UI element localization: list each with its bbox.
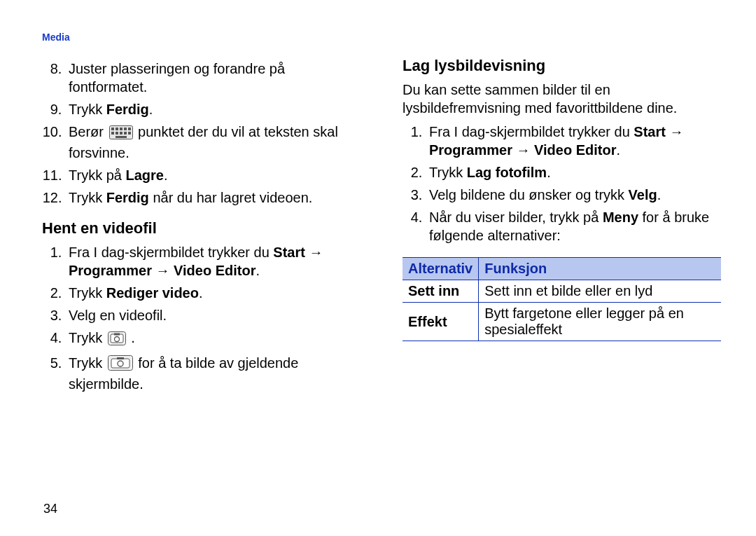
bold-text: Rediger video bbox=[106, 285, 199, 301]
keyboard-icon bbox=[109, 125, 133, 144]
list-item: Trykk Ferdig når du har lagret videoen. bbox=[66, 188, 360, 207]
bold-text: Start bbox=[273, 245, 305, 260]
bold-text: Velg bbox=[629, 187, 657, 202]
options-table: Alternativ Funksjon Sett innSett inn et … bbox=[402, 257, 721, 341]
svg-rect-15 bbox=[114, 334, 120, 336]
bold-text: Lag fotofilm bbox=[467, 165, 547, 180]
table-cell-value: Bytt fargetone eller legger på en spesia… bbox=[479, 303, 721, 341]
list-item: Trykk Rediger video. bbox=[66, 284, 360, 302]
intro-text: Du kan sette sammen bilder til en lysbil… bbox=[402, 81, 721, 117]
bold-text: Video Editor bbox=[534, 142, 616, 158]
camera-wide-icon bbox=[108, 355, 133, 375]
bold-text: Ferdig bbox=[106, 102, 149, 117]
list-item: Når du viser bilder, trykk på Meny for å… bbox=[426, 208, 721, 245]
list-item: Velg en videofil. bbox=[66, 306, 360, 324]
right-list: Fra I dag-skjermbildet trykker du Start … bbox=[402, 123, 721, 245]
svg-rect-10 bbox=[128, 132, 131, 135]
heading-lag-lysbildevisning: Lag lysbildevisning bbox=[402, 57, 721, 75]
arrow-icon: → bbox=[669, 124, 683, 139]
bold-text: Start bbox=[634, 124, 666, 139]
table-cell-label: Effekt bbox=[402, 303, 479, 341]
heading-hent-en-videofil: Hent en videofil bbox=[42, 219, 360, 238]
svg-rect-9 bbox=[124, 132, 127, 135]
bold-text: Lagre bbox=[126, 167, 164, 183]
left-top-list: Juster plasseringen og forandre på fontf… bbox=[42, 60, 360, 207]
list-item: Velg bildene du ønsker og trykk Velg. bbox=[426, 186, 721, 204]
camera-icon bbox=[108, 331, 126, 350]
columns: Juster plasseringen og forandre på fontf… bbox=[42, 57, 721, 406]
table-cell-value: Sett inn et bilde eller en lyd bbox=[479, 280, 721, 303]
list-item: Juster plasseringen og forandre på fontf… bbox=[66, 60, 360, 96]
table-row: Sett innSett inn et bilde eller en lyd bbox=[402, 280, 721, 303]
bold-text: Ferdig bbox=[106, 190, 149, 205]
list-item: Fra I dag-skjermbildet trykker du Start … bbox=[426, 123, 721, 159]
running-head: Media bbox=[42, 32, 721, 43]
svg-rect-19 bbox=[117, 357, 124, 359]
right-column: Lag lysbildevisning Du kan sette sammen … bbox=[402, 57, 721, 406]
list-item: Trykk . bbox=[66, 329, 360, 350]
table-cell-label: Sett inn bbox=[402, 280, 479, 303]
table-head-funksjon: Funksjon bbox=[479, 258, 721, 280]
arrow-icon: → bbox=[309, 245, 323, 260]
table-row: EffektBytt fargetone eller legger på en … bbox=[402, 303, 721, 341]
left-bottom-list: Fra I dag-skjermbildet trykker du Start … bbox=[42, 243, 360, 393]
left-column: Juster plasseringen og forandre på fontf… bbox=[42, 57, 360, 406]
list-item: Trykk Lag fotofilm. bbox=[426, 163, 721, 181]
list-item: Trykk Ferdig. bbox=[66, 100, 360, 118]
svg-rect-4 bbox=[124, 128, 127, 130]
svg-rect-6 bbox=[111, 132, 114, 135]
arrow-icon: → bbox=[156, 263, 170, 278]
bold-text: Video Editor bbox=[174, 263, 255, 278]
bold-text: Meny bbox=[603, 209, 638, 225]
svg-rect-7 bbox=[115, 132, 118, 135]
page: Media Juster plasseringen og forandre på… bbox=[0, 0, 756, 536]
page-number: 34 bbox=[43, 502, 57, 516]
svg-rect-3 bbox=[120, 128, 122, 130]
table-head-alternativ: Alternativ bbox=[402, 258, 479, 280]
bold-text: Programmer bbox=[69, 263, 152, 278]
bold-text: Programmer bbox=[429, 142, 512, 158]
list-item: Trykk for å ta bilde av gjeldende skjerm… bbox=[66, 354, 360, 393]
list-item: Fra I dag-skjermbildet trykker du Start … bbox=[66, 243, 360, 280]
svg-rect-2 bbox=[115, 128, 118, 130]
svg-rect-11 bbox=[115, 136, 127, 138]
svg-rect-5 bbox=[128, 128, 131, 130]
svg-rect-1 bbox=[111, 128, 114, 130]
svg-rect-8 bbox=[120, 132, 122, 135]
list-item: Berør punktet der du vil at teksten skal… bbox=[66, 123, 360, 162]
list-item: Trykk på Lagre. bbox=[66, 166, 360, 184]
arrow-icon: → bbox=[517, 142, 531, 158]
